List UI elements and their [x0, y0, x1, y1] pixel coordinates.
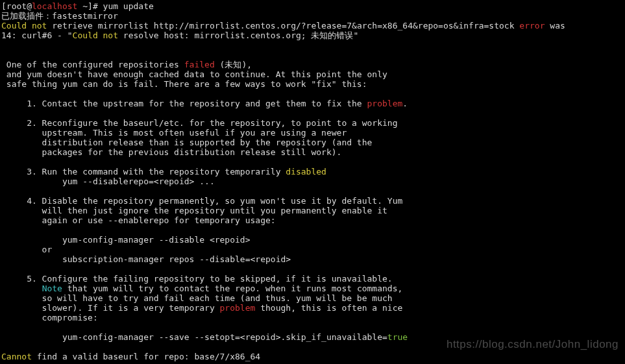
msg-line: One of the configured repositories faile… — [1, 60, 252, 69]
msg-line: safe thing yum can do is fail. There are… — [1, 79, 367, 89]
msg-line: packages for the previous distribution r… — [1, 147, 341, 157]
msg-line: yum-config-manager --save --setopt=<repo… — [1, 332, 408, 342]
msg-line: 4. Disable the repository permanently, s… — [1, 196, 402, 206]
msg-line: compromise: — [1, 313, 98, 322]
error-line-3: Cannot find a valid baseurl for repo: ba… — [1, 352, 260, 361]
msg-line: 5. Configure the failing repository to b… — [1, 274, 393, 284]
msg-line: Note that yum will try to contact the re… — [1, 284, 402, 293]
msg-line: subscription-manager repos --disable=<re… — [1, 254, 291, 264]
terminal-output[interactable]: [root@localhost ~]# yum update 已加载插件：fas… — [0, 0, 625, 361]
msg-line: upstream. This is most often useful if y… — [1, 128, 347, 138]
msg-line: 2. Reconfigure the baseurl/etc. for the … — [1, 118, 397, 128]
msg-line: so will have to try and fail each time (… — [1, 293, 393, 303]
error-line-2: 14: curl#6 - "Could not resolve host: mi… — [1, 30, 358, 40]
msg-line: slower). If it is a very temporary probl… — [1, 303, 402, 313]
msg-line: will then just ignore the repository unt… — [1, 206, 387, 215]
msg-line: 1. Contact the upstream for the reposito… — [1, 99, 408, 108]
prompt-line: [root@localhost ~]# yum update — [1, 1, 154, 11]
msg-line: and yum doesn't have enough cached data … — [1, 69, 387, 79]
msg-line: or — [1, 245, 52, 254]
error-line-1: Could not retrieve mirrorlist http://mir… — [1, 21, 565, 30]
msg-line: yum --disablerepo=<repoid> ... — [1, 176, 215, 186]
msg-line: yum-config-manager --disable <repoid> — [1, 235, 251, 245]
msg-line: 3. Run the command with the repository t… — [1, 167, 326, 176]
plugin-line: 已加载插件：fastestmirror — [1, 11, 118, 21]
msg-line: distribution release than is supported b… — [1, 138, 372, 147]
msg-line: again or use --enablerepo for temporary … — [1, 215, 276, 225]
